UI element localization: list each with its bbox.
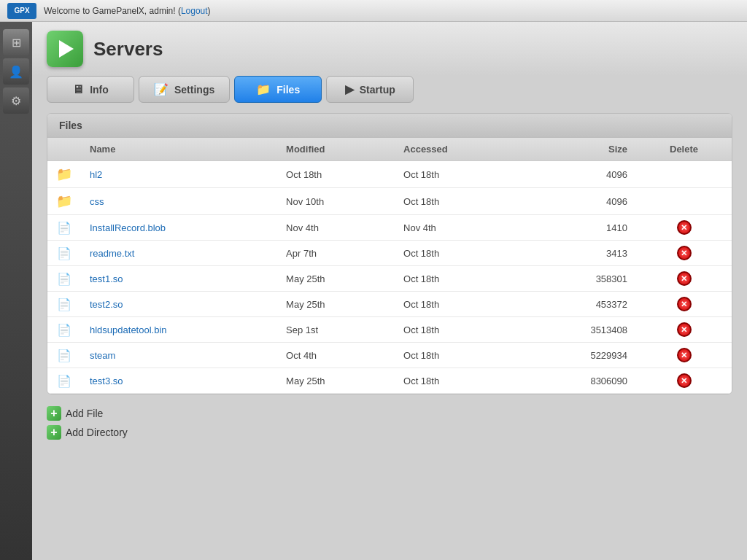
file-type-icon: 📄 (47, 292, 81, 317)
file-name-cell: readme.txt (81, 241, 277, 266)
delete-button[interactable]: ✕ (677, 297, 692, 311)
topbar: GPX Welcome to GamePanelX, admin! (Logou… (0, 0, 747, 22)
settings-tab-label: Settings (174, 84, 214, 96)
table-row: 📄test1.soMay 25thOct 18th358301✕ (47, 266, 732, 292)
add-file-label: Add File (66, 408, 103, 419)
delete-button[interactable]: ✕ (677, 220, 692, 235)
file-size: 1410 (523, 215, 636, 241)
file-name-link[interactable]: InstallRecord.blob (90, 222, 166, 233)
tab-files[interactable]: 📁 Files (234, 76, 322, 103)
actions-area: + Add File + Add Directory (32, 394, 747, 451)
table-row: 📄readme.txtApr 7thOct 18th3413✕ (47, 241, 732, 266)
file-name-cell: hldsupdatetool.bin (81, 317, 277, 343)
sidebar-home-btn[interactable]: ⊞ (3, 29, 29, 55)
delete-button[interactable]: ✕ (677, 246, 692, 260)
delete-button[interactable]: ✕ (677, 348, 692, 362)
file-delete-cell (636, 188, 732, 215)
file-modified: Nov 10th (277, 188, 395, 215)
files-container: Files Name Modified Accessed Size Delete… (47, 113, 732, 394)
file-name-cell: css (81, 188, 277, 215)
servers-icon (47, 31, 83, 67)
file-size: 5229934 (523, 343, 636, 368)
file-name-cell: InstallRecord.blob (81, 215, 277, 241)
sidebar-users-btn[interactable]: 👤 (3, 58, 29, 85)
tab-info[interactable]: 🖥 Info (47, 76, 134, 103)
file-size: 3413 (523, 241, 636, 266)
col-name-header: Name (81, 138, 277, 161)
file-name-link[interactable]: hldsupdatetool.bin (90, 324, 167, 335)
file-delete-cell: ✕ (636, 368, 732, 394)
sidebar-settings-btn[interactable]: ⚙ (3, 88, 29, 114)
file-type-icon: 📄 (47, 317, 81, 343)
tab-startup[interactable]: ▶ Startup (326, 76, 414, 103)
topbar-welcome: Welcome to GamePanelX, admin! (Logout) (44, 6, 211, 16)
col-delete-header: Delete (636, 138, 732, 161)
file-name-link[interactable]: readme.txt (90, 248, 134, 259)
file-doc-icon: 📄 (57, 298, 71, 311)
delete-button[interactable]: ✕ (677, 322, 692, 337)
file-type-icon: 📄 (47, 368, 81, 394)
file-accessed: Nov 4th (395, 215, 523, 241)
table-row: 📄test2.soMay 25thOct 18th453372✕ (47, 292, 732, 317)
table-row: 📁cssNov 10thOct 18th4096 (47, 188, 732, 215)
file-delete-cell: ✕ (636, 317, 732, 343)
add-file-button[interactable]: + Add File (47, 406, 732, 421)
file-delete-cell (636, 161, 732, 188)
welcome-text: Welcome to GamePanelX, (44, 6, 147, 16)
add-directory-icon: + (47, 425, 61, 440)
file-name-link[interactable]: test2.so (90, 299, 123, 310)
col-icon (47, 138, 81, 161)
file-name-link[interactable]: css (90, 196, 104, 207)
add-file-icon: + (47, 406, 61, 421)
file-accessed: Oct 18th (395, 241, 523, 266)
tab-settings[interactable]: 📝 Settings (139, 76, 230, 103)
file-name-cell: test1.so (81, 266, 277, 292)
col-size-header: Size (523, 138, 636, 161)
add-directory-label: Add Directory (66, 427, 128, 438)
logout-link[interactable]: Logout (181, 6, 208, 16)
file-accessed: Oct 18th (395, 343, 523, 368)
file-delete-cell: ✕ (636, 241, 732, 266)
table-row: 📄hldsupdatetool.binSep 1stOct 18th351340… (47, 317, 732, 343)
file-delete-cell: ✕ (636, 215, 732, 241)
files-tab-icon: 📁 (256, 82, 271, 96)
file-accessed: Oct 18th (395, 161, 523, 188)
file-delete-cell: ✕ (636, 292, 732, 317)
file-delete-cell: ✕ (636, 266, 732, 292)
file-accessed: Oct 18th (395, 292, 523, 317)
file-modified: Oct 4th (277, 343, 395, 368)
file-name-link[interactable]: steam (90, 350, 115, 361)
file-modified: May 25th (277, 292, 395, 317)
file-modified: Sep 1st (277, 317, 395, 343)
file-accessed: Oct 18th (395, 188, 523, 215)
file-name-cell: steam (81, 343, 277, 368)
table-row: 📁hl2Oct 18thOct 18th4096 (47, 161, 732, 188)
info-tab-icon: 🖥 (72, 83, 84, 96)
file-name-link[interactable]: hl2 (90, 169, 102, 180)
file-type-icon: 📁 (47, 188, 81, 215)
file-type-icon: 📄 (47, 241, 81, 266)
file-modified: Nov 4th (277, 215, 395, 241)
file-type-icon: 📄 (47, 215, 81, 241)
sidebar: ⊞ 👤 ⚙ (0, 22, 32, 560)
file-size: 8306090 (523, 368, 636, 394)
file-name-link[interactable]: test1.so (90, 273, 123, 284)
col-accessed-header: Accessed (395, 138, 523, 161)
delete-button[interactable]: ✕ (677, 271, 692, 286)
folder-icon: 📁 (56, 167, 72, 182)
table-header-row: Name Modified Accessed Size Delete (47, 138, 732, 161)
username-text: admin! (150, 6, 176, 16)
table-row: 📄test3.soMay 25thOct 18th8306090✕ (47, 368, 732, 394)
add-directory-button[interactable]: + Add Directory (47, 425, 732, 440)
delete-button[interactable]: ✕ (677, 373, 692, 388)
file-name-cell: test2.so (81, 292, 277, 317)
file-doc-icon: 📄 (57, 222, 71, 234)
file-name-link[interactable]: test3.so (90, 376, 123, 386)
file-delete-cell: ✕ (636, 343, 732, 368)
file-doc-icon: 📄 (57, 247, 71, 260)
file-doc-icon: 📄 (57, 349, 71, 362)
file-type-icon: 📄 (47, 266, 81, 292)
file-size: 4096 (523, 188, 636, 215)
file-name-cell: test3.so (81, 368, 277, 394)
file-accessed: Oct 18th (395, 266, 523, 292)
